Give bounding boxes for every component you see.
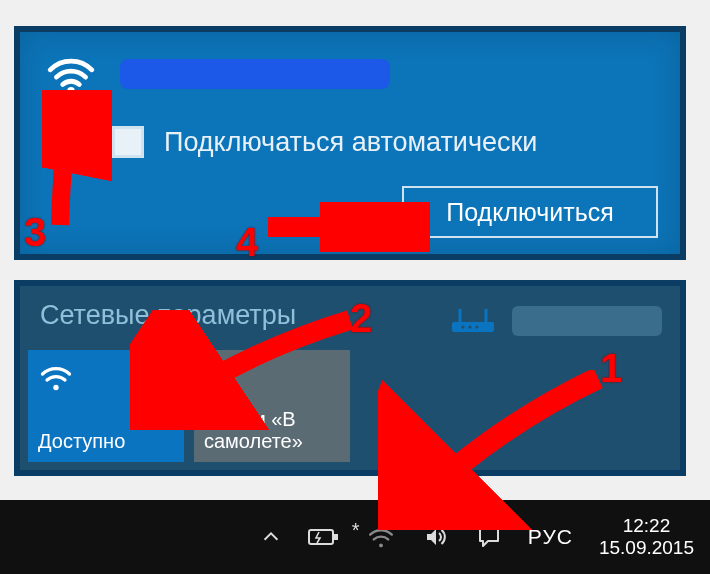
airplane-mode-tile[interactable]: Режим «В самолете» bbox=[194, 350, 350, 462]
router-device-row bbox=[448, 306, 662, 336]
svg-point-0 bbox=[67, 87, 75, 95]
svg-point-4 bbox=[461, 325, 464, 328]
wifi-tile-label: Доступно bbox=[38, 430, 176, 452]
clock-time: 12:22 bbox=[599, 515, 694, 537]
network-row[interactable] bbox=[46, 52, 390, 96]
input-language[interactable]: РУС bbox=[528, 525, 573, 549]
svg-point-10 bbox=[379, 543, 383, 547]
system-tray: * РУС 12:22 15.09.2015 bbox=[260, 515, 710, 559]
wifi-tray-icon[interactable]: * bbox=[366, 525, 396, 549]
clock-date: 15.09.2015 bbox=[599, 537, 694, 559]
wifi-icon bbox=[38, 362, 176, 392]
connect-button[interactable]: Подключиться bbox=[402, 186, 658, 238]
volume-icon[interactable] bbox=[422, 525, 450, 549]
wifi-icon bbox=[46, 52, 96, 96]
battery-icon[interactable] bbox=[308, 527, 340, 547]
router-icon bbox=[448, 306, 498, 336]
svg-rect-8 bbox=[309, 530, 333, 544]
wifi-tile[interactable]: Доступно bbox=[28, 350, 184, 462]
tray-chevron-up-icon[interactable] bbox=[260, 526, 282, 548]
taskbar: * РУС 12:22 15.09.2015 bbox=[0, 500, 710, 574]
airplane-tile-label: Режим «В самолете» bbox=[204, 408, 342, 452]
connect-button-label: Подключиться bbox=[446, 198, 613, 227]
network-settings-panel: Сетевые параметры bbox=[14, 280, 686, 476]
quick-action-tiles: Доступно Режим «В самолете» bbox=[28, 350, 350, 462]
svg-point-7 bbox=[53, 385, 58, 390]
network-settings-heading: Сетевые параметры bbox=[40, 300, 296, 331]
svg-rect-9 bbox=[334, 534, 338, 540]
airplane-icon bbox=[204, 362, 342, 392]
clock[interactable]: 12:22 15.09.2015 bbox=[599, 515, 694, 559]
router-name-redacted bbox=[512, 306, 662, 336]
network-name-redacted bbox=[120, 59, 390, 89]
auto-connect-checkbox[interactable] bbox=[112, 126, 144, 158]
svg-rect-1 bbox=[452, 322, 494, 332]
wifi-connect-panel: Подключаться автоматически Подключиться bbox=[14, 26, 686, 260]
svg-point-6 bbox=[475, 325, 478, 328]
auto-connect-row[interactable]: Подключаться автоматически bbox=[112, 126, 537, 158]
auto-connect-label: Подключаться автоматически bbox=[164, 127, 537, 158]
action-center-icon[interactable] bbox=[476, 525, 502, 549]
svg-point-5 bbox=[468, 325, 471, 328]
